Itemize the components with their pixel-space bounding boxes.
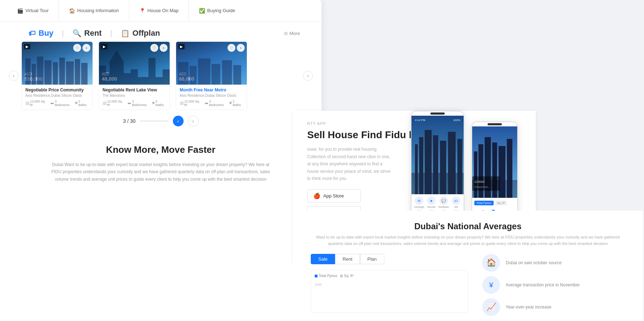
card-title-2: Negotiable Rent Lake View	[103, 87, 166, 92]
rent-icon: 🔍	[73, 29, 81, 37]
add-btn-1[interactable]: +	[83, 44, 90, 52]
phone-sell-icon: 🏷 sell	[451, 196, 462, 208]
nav-housing-info[interactable]: 🏠 Housing Information	[59, 0, 129, 21]
legend-dot-gray	[340, 275, 343, 277]
card-body-2: Negotiable Rent Lake View The Mansions ⬜…	[99, 85, 170, 110]
phone-price-row: Total Pprice Sq. ft²	[474, 201, 515, 205]
next-arrow-button[interactable]: ›	[303, 71, 313, 81]
nat-tab-sale[interactable]: Sale	[311, 254, 335, 264]
svg-text:Chinese text...: Chinese text...	[474, 186, 490, 188]
tab-offplan-label: Offplan	[133, 29, 160, 38]
phone-screen-bg-1: 4:14 PM 100%	[411, 116, 464, 194]
sqft-stat-1: ⬜ 12,000 Sq. ft²	[25, 100, 49, 107]
favorite-btn-1[interactable]: ♡	[73, 44, 81, 52]
baths-stat-3: 🚿 2 Baths	[228, 100, 243, 107]
nav-virtual-tour-label: Virtual Tour	[25, 8, 49, 13]
nat-tab-rent[interactable]: Rent	[335, 254, 360, 264]
legend-sqft: Sq. ft²	[340, 274, 354, 278]
stat-label-3: Year-over-year increase	[506, 305, 551, 310]
bath-icon-1: 🚿	[74, 101, 78, 105]
nat-tab-plan[interactable]: Plan	[360, 254, 384, 264]
chart-legend: Total Pprice Sq. ft²	[315, 274, 354, 278]
stat-label-1: Dubai on sale october source	[506, 260, 561, 265]
virtual-tour-icon: 🎬	[17, 8, 23, 14]
chart-y-axis: 2000	[315, 283, 322, 309]
sqft-badge: Sq. ft²	[495, 201, 507, 205]
tab-offplan[interactable]: 📋 Offplan	[114, 29, 167, 38]
stat-icon-trend: 📈	[482, 298, 500, 316]
feedback-circle: 💬	[439, 196, 448, 205]
card-subtitle-3: Axis Residence,Dubai Silicon Oasis	[180, 94, 243, 97]
national-description: Want to be up-to-date with expert local …	[311, 234, 625, 247]
card-subtitle-1: Axis Residence,Dubai Silicon Oasis	[25, 94, 89, 97]
tab-rent[interactable]: 🔍 Rent	[65, 29, 109, 38]
bed-icon-2: 🛏	[128, 101, 131, 105]
property-cards-section: ‹ ▶ ♡ + AED 550,000	[0, 41, 321, 110]
svg-text:4:14 PM: 4:14 PM	[415, 119, 425, 122]
next-page-btn[interactable]: ›	[188, 116, 199, 126]
favorite-btn-3[interactable]: ♡	[228, 44, 235, 52]
video-badge-3: ▶	[178, 44, 185, 49]
card-actions-3: ♡ +	[228, 44, 245, 52]
svg-rect-23	[411, 173, 464, 194]
svg-rect-14	[233, 65, 241, 85]
svg-text:120000: 120000	[474, 180, 485, 184]
app-description: ouse, for you to provide real housing Co…	[307, 146, 393, 182]
svg-rect-5	[59, 57, 65, 85]
svg-rect-12	[211, 64, 220, 85]
tab-divider-1: |	[61, 29, 65, 37]
property-cards-container: ▶ ♡ + AED 550,000	[21, 41, 300, 110]
nav-bar: 🎬 Virtual Tour 🏠 Housing Information 📍 H…	[0, 0, 321, 21]
property-card-3[interactable]: ▶ ♡ + AED 66,000	[176, 41, 247, 110]
card-stats-3: ⬜ 12,000 Sq. ft² 🛏 3 Bedrooms 🚿 2 Baths	[180, 100, 243, 107]
svg-rect-8	[81, 63, 88, 85]
property-card-1[interactable]: ▶ ♡ + AED 550,000	[21, 41, 93, 110]
stat-card-2: ¥ Average transaction price in November	[482, 276, 625, 294]
card-stats-2: ⬜ 12,000 Sq. ft² 🛏 3 Bedrooms 🚿 2 Baths	[103, 100, 166, 107]
card-title-3: Month Free Near Metro	[180, 87, 243, 92]
sqft-icon-2: ⬜	[103, 101, 106, 105]
know-more-title: Know More, Move Faster	[29, 144, 293, 155]
nav-virtual-tour[interactable]: 🎬 Virtual Tour	[7, 0, 59, 21]
legend-total-price: Total Pprice	[315, 274, 337, 278]
chart-container: Total Pprice Sq. ft² 2000	[311, 270, 468, 313]
stat-icon-yen: ¥	[482, 276, 500, 294]
add-btn-3[interactable]: +	[237, 44, 245, 52]
nav-house-on-map-label: House On Map	[148, 8, 179, 13]
nav-buying-guide[interactable]: ✅ Buying Guide	[189, 0, 245, 21]
property-card-2[interactable]: ▶ ♡ + AED 48,000 Negotiable Rent Lake Vi…	[99, 41, 170, 110]
property-image-2: ▶ ♡ + AED 48,000	[99, 42, 170, 85]
know-more-section: Know More, Move Faster Dubai Want to be …	[0, 134, 321, 190]
national-tabs: Sale Rent Plan	[311, 254, 468, 264]
msg-circle: ✉	[415, 196, 423, 205]
stat-card-3: 📈 Year-over-year increase	[482, 298, 625, 316]
svg-rect-0	[25, 59, 31, 85]
prev-page-btn[interactable]: ‹	[173, 116, 184, 126]
svg-rect-2	[37, 56, 44, 85]
prev-arrow-button[interactable]: ‹	[9, 71, 19, 81]
sqft-stat-2: ⬜ 12,000 Sq. ft²	[103, 100, 126, 107]
tab-rent-label: Rent	[84, 29, 102, 38]
total-price-badge: Total Pprice	[474, 201, 494, 205]
card-body-1: Negotiable Price Community Axis Residenc…	[22, 85, 93, 110]
phone-mockup-2: 120000 Chinese text... Total Pprice Sq. …	[471, 121, 518, 225]
beds-stat-1: 🛏 3 Bedrooms	[51, 100, 71, 107]
phone-screen-2: 120000 Chinese text...	[472, 126, 517, 198]
tab-buy[interactable]: 🏷 Buy	[21, 29, 61, 38]
more-link[interactable]: ⊙ More	[284, 31, 300, 36]
property-image-3: ▶ ♡ + AED 66,000	[176, 42, 247, 85]
svg-rect-9	[178, 62, 189, 85]
beds-stat-3: 🛏 3 Bedrooms	[205, 100, 226, 107]
sqft-icon-1: ⬜	[25, 101, 29, 105]
housing-info-icon: 🏠	[69, 8, 75, 14]
chart-bars	[325, 283, 464, 309]
main-panel: 🎬 Virtual Tour 🏠 Housing Information 📍 H…	[0, 0, 321, 321]
property-type-tabs: 🏷 Buy | 🔍 Rent | 📋 Offplan ⊙ More	[0, 21, 321, 41]
page-current: 3 / 30	[123, 118, 135, 124]
bath-icon-3: 🚿	[228, 101, 232, 105]
nav-house-on-map[interactable]: 📍 House On Map	[129, 0, 189, 21]
card-body-3: Month Free Near Metro Axis Residence,Dub…	[176, 85, 247, 110]
app-store-button[interactable]: 🍎 App Store	[307, 189, 361, 202]
pagination: 3 / 30 ‹ ›	[0, 110, 321, 134]
stat-card-1: 🏠 Dubai on sale october source	[482, 254, 625, 272]
